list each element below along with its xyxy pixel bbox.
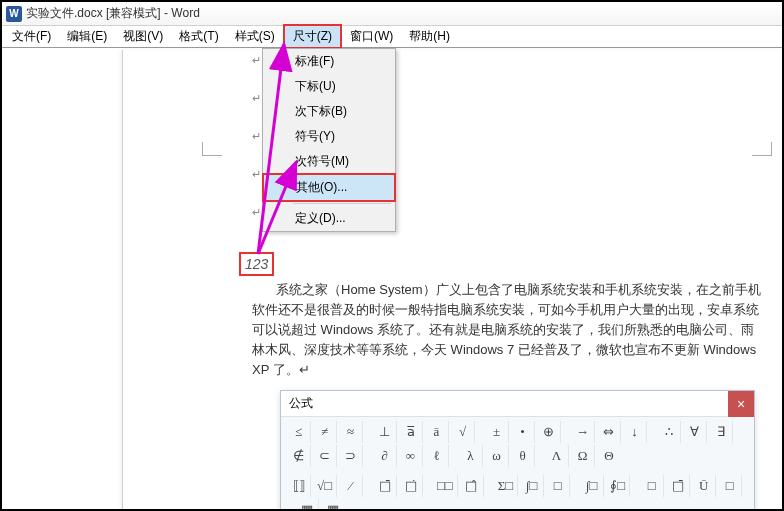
window-title: 实验文件.docx [兼容模式] - Word — [26, 5, 200, 22]
equation-field[interactable]: 123 — [239, 252, 274, 276]
formula-button[interactable]: ⟦⟧ — [287, 475, 311, 497]
formula-button[interactable]: a̅ — [399, 421, 423, 443]
formula-button[interactable]: ω — [485, 445, 509, 467]
formula-button[interactable]: → — [571, 421, 595, 443]
formula-button[interactable]: Σ□ — [494, 475, 518, 497]
formula-button[interactable]: □ — [640, 475, 664, 497]
formula-button[interactable]: ⊂ — [313, 445, 337, 467]
formula-button[interactable]: ℓ — [425, 445, 449, 467]
formula-button[interactable]: ∃ — [709, 421, 733, 443]
formula-button[interactable]: λ — [459, 445, 483, 467]
formula-button[interactable]: Ω — [571, 445, 595, 467]
formula-button[interactable]: ∀ — [683, 421, 707, 443]
formula-button[interactable]: ≈ — [339, 421, 363, 443]
dropdown-label: 次下标(B) — [295, 104, 347, 118]
menu-view[interactable]: 视图(V) — [115, 26, 171, 47]
formula-button[interactable]: Ū — [692, 475, 716, 497]
formula-button[interactable]: ≠ — [313, 421, 337, 443]
equation-toolbar-row1: ≤≠≈⊥a̅ā√±•⊕→⇔↓∴∀∃∉⊂⊃∂∞ℓλωθΛΩΘ — [281, 417, 754, 471]
dropdown-subsymbol[interactable]: 次符号(M) — [263, 149, 395, 174]
equation-toolbar-row2: ⟦⟧√□⁄□̄□̇□□□̂Σ□∫□□∫□∮□□□̄Ū□▦▦ — [281, 471, 754, 511]
menu-edit[interactable]: 编辑(E) — [59, 26, 115, 47]
dropdown-separator — [293, 203, 391, 204]
menu-style[interactable]: 样式(S) — [227, 26, 283, 47]
menu-format[interactable]: 格式(T) — [171, 26, 226, 47]
menu-help[interactable]: 帮助(H) — [401, 26, 458, 47]
titlebar: W 实验文件.docx [兼容模式] - Word — [2, 2, 782, 26]
dropdown-define[interactable]: 定义(D)... — [263, 206, 395, 231]
dropdown-symbol[interactable]: 符号(Y) — [263, 124, 395, 149]
formula-button[interactable]: □□ — [433, 475, 458, 497]
equation-toolbar-header: 公式 × — [281, 391, 754, 417]
equation-toolbar-title: 公式 — [289, 395, 313, 412]
word-app-icon: W — [6, 6, 22, 22]
menu-size[interactable]: 尺寸(Z) — [283, 24, 342, 49]
formula-button[interactable]: ⊃ — [339, 445, 363, 467]
close-button[interactable]: × — [728, 391, 754, 417]
dropdown-label: 下标(U) — [295, 79, 336, 93]
formula-button[interactable]: ⇔ — [597, 421, 621, 443]
dropdown-subscript[interactable]: 下标(U) — [263, 74, 395, 99]
formula-button[interactable]: ∞ — [399, 445, 423, 467]
formula-button[interactable]: ∫□ — [580, 475, 604, 497]
formula-button[interactable]: ∴ — [657, 421, 681, 443]
formula-button[interactable]: ↓ — [623, 421, 647, 443]
dropdown-label: 标准(F) — [295, 54, 334, 68]
margin-marker-right — [752, 142, 772, 156]
formula-button[interactable]: □̇ — [399, 475, 423, 497]
formula-button[interactable]: ▦ — [295, 499, 319, 511]
formula-button[interactable]: ▦ — [321, 499, 345, 511]
formula-button[interactable]: □̄ — [373, 475, 397, 497]
formula-button[interactable]: ≤ — [287, 421, 311, 443]
dropdown-standard[interactable]: ✓ 标准(F) — [263, 49, 395, 74]
menubar: 文件(F) 编辑(E) 视图(V) 格式(T) 样式(S) 尺寸(Z) 窗口(W… — [2, 26, 782, 48]
formula-button[interactable]: θ — [511, 445, 535, 467]
size-dropdown: ✓ 标准(F) 下标(U) 次下标(B) 符号(Y) 次符号(M) 其他(O).… — [262, 48, 396, 232]
formula-button[interactable]: • — [511, 421, 535, 443]
formula-button[interactable]: ⊕ — [537, 421, 561, 443]
formula-button[interactable]: ∉ — [287, 445, 311, 467]
dropdown-label: 次符号(M) — [295, 154, 349, 168]
formula-button[interactable]: □̄ — [666, 475, 690, 497]
formula-button[interactable]: ⁄ — [339, 475, 363, 497]
dropdown-label: 符号(Y) — [295, 129, 335, 143]
formula-button[interactable]: □ — [546, 475, 570, 497]
formula-button[interactable]: □ — [718, 475, 742, 497]
formula-button[interactable]: ± — [485, 421, 509, 443]
margin-marker-left — [202, 142, 222, 156]
formula-button[interactable]: □̂ — [460, 475, 484, 497]
menu-window[interactable]: 窗口(W) — [342, 26, 401, 47]
paragraph-text: 系统之家（Home System）广义上包含了电脑系统安装和手机系统安装，在之前… — [252, 280, 762, 380]
formula-button[interactable]: ∫□ — [520, 475, 544, 497]
formula-button[interactable]: ⊥ — [373, 421, 397, 443]
dropdown-label: 定义(D)... — [295, 211, 346, 225]
formula-button[interactable]: ∂ — [373, 445, 397, 467]
formula-button[interactable]: √ — [451, 421, 475, 443]
formula-button[interactable]: ∮□ — [606, 475, 630, 497]
equation-toolbar: 公式 × ≤≠≈⊥a̅ā√±•⊕→⇔↓∴∀∃∉⊂⊃∂∞ℓλωθΛΩΘ ⟦⟧√□⁄… — [280, 390, 755, 511]
ruler-marks: ↵↵↵↵↵ — [252, 52, 261, 220]
menu-file[interactable]: 文件(F) — [4, 26, 59, 47]
formula-button[interactable]: Λ — [545, 445, 569, 467]
dropdown-subsubscript[interactable]: 次下标(B) — [263, 99, 395, 124]
dropdown-label: 其他(O)... — [296, 180, 347, 194]
formula-button[interactable]: ā — [425, 421, 449, 443]
formula-button[interactable]: Θ — [597, 445, 621, 467]
body-paragraph: 系统之家（Home System）广义上包含了电脑系统安装和手机系统安装，在之前… — [252, 280, 762, 380]
check-icon: ✓ — [273, 53, 283, 67]
formula-button[interactable]: √□ — [313, 475, 337, 497]
dropdown-other[interactable]: 其他(O)... — [262, 173, 396, 202]
